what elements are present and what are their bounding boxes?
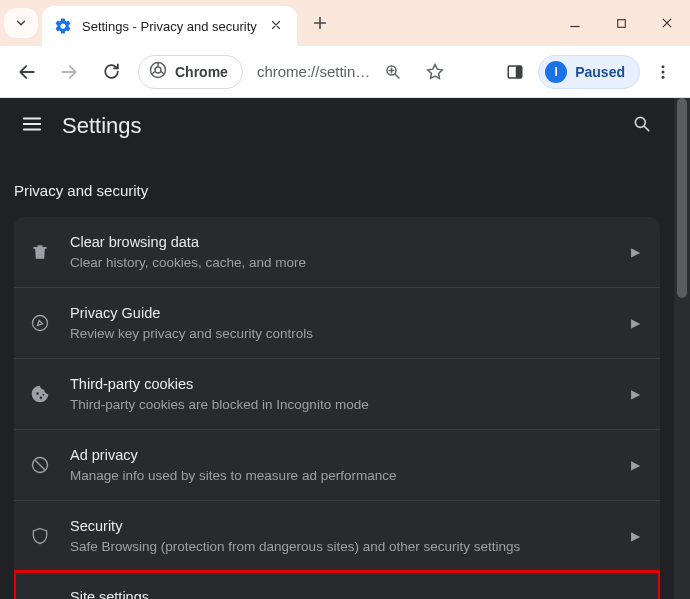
chevron-right-icon: ▶ [631, 529, 640, 543]
row-text: Clear browsing data Clear history, cooki… [70, 232, 613, 272]
row-text: Privacy Guide Review key privacy and sec… [70, 303, 613, 343]
page-content: Settings Privacy and security Clear brow… [0, 98, 690, 599]
row-title: Site settings [70, 587, 613, 599]
profile-avatar: I [545, 61, 567, 83]
chevron-down-icon [14, 16, 28, 30]
row-privacy-guide[interactable]: Privacy Guide Review key privacy and sec… [14, 287, 660, 358]
close-icon [270, 19, 282, 31]
svg-rect-0 [617, 19, 625, 27]
vertical-scrollbar[interactable] [674, 98, 690, 599]
star-icon [425, 62, 445, 82]
svg-point-2 [155, 67, 161, 73]
omnibox-origin-label: Chrome [175, 64, 228, 80]
row-text: Security Safe Browsing (protection from … [70, 516, 613, 556]
chevron-right-icon: ▶ [631, 245, 640, 259]
gear-icon [54, 17, 72, 35]
nav-reload-button[interactable] [92, 53, 130, 91]
maximize-button[interactable] [598, 0, 644, 46]
bookmark-button[interactable] [416, 53, 454, 91]
row-text: Ad privacy Manage info used by sites to … [70, 445, 613, 485]
close-icon [660, 16, 674, 30]
minimize-icon [568, 16, 582, 30]
browser-tab[interactable]: Settings - Privacy and security [42, 6, 297, 46]
row-text: Third-party cookies Third-party cookies … [70, 374, 613, 414]
row-title: Third-party cookies [70, 374, 613, 394]
kebab-icon [654, 63, 672, 81]
svg-point-8 [662, 75, 665, 78]
profile-chip[interactable]: I Paused [538, 55, 640, 89]
side-panel-icon [506, 63, 524, 81]
row-title: Security [70, 516, 613, 536]
profile-status-label: Paused [575, 64, 625, 80]
chevron-right-icon: ▶ [631, 316, 640, 330]
row-third-party-cookies[interactable]: Third-party cookies Third-party cookies … [14, 358, 660, 429]
row-title: Clear browsing data [70, 232, 613, 252]
arrow-left-icon [17, 62, 37, 82]
tab-title: Settings - Privacy and security [82, 19, 257, 34]
nav-forward-button[interactable] [50, 53, 88, 91]
svg-point-6 [662, 65, 665, 68]
trash-icon [28, 240, 52, 264]
row-site-settings[interactable]: Site settings Controls what information … [14, 571, 660, 599]
search-icon [632, 114, 652, 134]
row-title: Ad privacy [70, 445, 613, 465]
chevron-right-icon: ▶ [631, 458, 640, 472]
minimize-button[interactable] [552, 0, 598, 46]
svg-point-10 [33, 316, 48, 331]
privacy-section-card: Clear browsing data Clear history, cooki… [14, 217, 660, 599]
section-heading: Privacy and security [0, 154, 674, 217]
window-controls [552, 0, 690, 46]
settings-appbar: Settings [0, 98, 674, 154]
shield-icon [28, 524, 52, 548]
new-tab-button[interactable] [303, 6, 337, 40]
tab-search-button[interactable] [4, 8, 38, 38]
chrome-menu-button[interactable] [644, 53, 682, 91]
ad-block-icon [28, 453, 52, 477]
hamburger-icon [21, 113, 43, 135]
settings-title: Settings [62, 113, 612, 139]
row-subtitle: Safe Browsing (protection from dangerous… [70, 538, 613, 556]
nav-back-button[interactable] [8, 53, 46, 91]
svg-point-9 [635, 117, 645, 127]
tab-close-button[interactable] [267, 17, 285, 35]
row-subtitle: Review key privacy and security controls [70, 325, 613, 343]
cookie-icon [28, 382, 52, 406]
side-panel-button[interactable] [496, 53, 534, 91]
sliders-icon [28, 595, 52, 599]
zoom-icon [384, 63, 402, 81]
row-subtitle: Clear history, cookies, cache, and more [70, 254, 613, 272]
arrow-right-icon [59, 62, 79, 82]
browser-window: Settings - Privacy and security Chrome c… [0, 0, 690, 599]
row-clear-browsing-data[interactable]: Clear browsing data Clear history, cooki… [14, 217, 660, 287]
svg-rect-5 [516, 66, 522, 78]
plus-icon [312, 15, 328, 31]
omnibox-origin-chip[interactable]: Chrome [138, 55, 243, 89]
chevron-right-icon: ▶ [631, 387, 640, 401]
scrollbar-thumb[interactable] [677, 98, 687, 298]
settings-search-button[interactable] [630, 114, 654, 138]
compass-icon [28, 311, 52, 335]
close-window-button[interactable] [644, 0, 690, 46]
reload-icon [102, 62, 121, 81]
settings-menu-button[interactable] [20, 113, 44, 139]
chrome-logo-icon [149, 61, 167, 83]
row-title: Privacy Guide [70, 303, 613, 323]
row-subtitle: Manage info used by sites to measure ad … [70, 467, 613, 485]
row-text: Site settings Controls what information … [70, 587, 613, 599]
maximize-icon [615, 17, 628, 30]
row-ad-privacy[interactable]: Ad privacy Manage info used by sites to … [14, 429, 660, 500]
row-subtitle: Third-party cookies are blocked in Incog… [70, 396, 613, 414]
zoom-button[interactable] [374, 53, 412, 91]
row-security[interactable]: Security Safe Browsing (protection from … [14, 500, 660, 571]
svg-point-7 [662, 70, 665, 73]
titlebar: Settings - Privacy and security [0, 0, 690, 46]
browser-toolbar: Chrome chrome://settin… I Paused [0, 46, 690, 98]
omnibox-url[interactable]: chrome://settin… [257, 63, 370, 80]
